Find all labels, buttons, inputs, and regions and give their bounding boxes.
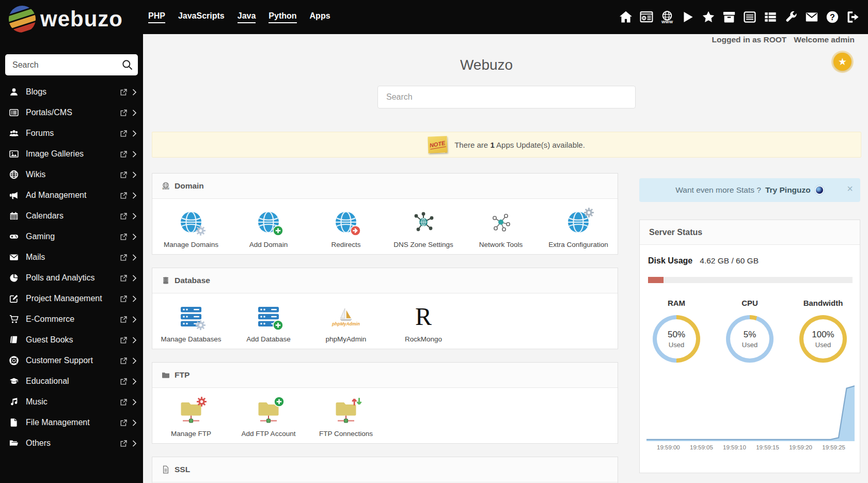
gear-icon bbox=[196, 396, 208, 408]
sidebar-item-customer-support[interactable]: Customer Support bbox=[0, 350, 143, 371]
bullhorn-icon bbox=[9, 191, 19, 200]
section-title: Domain bbox=[175, 181, 204, 191]
app-dns-zone-settings[interactable]: DNS Zone Settings bbox=[385, 205, 462, 249]
section-title: FTP bbox=[175, 370, 190, 380]
bandwidth-donut: 100%Used bbox=[799, 315, 847, 363]
login-status: Logged in as ROOT Welcome admin bbox=[712, 35, 855, 44]
cpu-gauge: CPU 5%Used bbox=[713, 299, 786, 363]
app-redirects[interactable]: Redirects bbox=[307, 205, 385, 249]
database-card-header: Database bbox=[152, 268, 618, 293]
sidebar: webuzo Blogs Portals/CMS Forums Image Ga… bbox=[0, 0, 143, 483]
sidebar-item-others[interactable]: Others bbox=[0, 433, 143, 454]
app-settings-icon[interactable] bbox=[640, 10, 653, 24]
app-add-ftp-account[interactable]: Add FTP Account bbox=[230, 394, 307, 438]
app-rockmongo[interactable]: R RockMongo bbox=[385, 300, 462, 344]
top-icon-bar bbox=[619, 0, 860, 34]
star-icon[interactable] bbox=[702, 10, 715, 24]
disk-usage-bar bbox=[648, 277, 853, 283]
banner-cta[interactable]: Try Pinguzo bbox=[765, 185, 811, 195]
nav-php[interactable]: PHP bbox=[148, 11, 165, 23]
chart-line bbox=[646, 386, 855, 440]
user-icon bbox=[9, 87, 19, 97]
nav-python[interactable]: Python bbox=[269, 11, 296, 23]
banner-text: Want even more Stats ? bbox=[675, 185, 761, 195]
sidebar-item-portals-cms[interactable]: Portals/CMS bbox=[0, 102, 143, 123]
ssl-card-header: SSL bbox=[152, 457, 618, 482]
phpmyadmin-logo-text: phpMyAdmin bbox=[332, 322, 360, 326]
bandwidth-gauge: Bandwidth 100%Used bbox=[786, 299, 860, 363]
search-icon[interactable] bbox=[122, 59, 133, 70]
app-manage-databases[interactable]: Manage Databases bbox=[152, 300, 230, 344]
folder-icon bbox=[162, 371, 170, 379]
wrench-icon[interactable] bbox=[784, 10, 798, 24]
chevron-right-icon bbox=[132, 275, 137, 282]
nav-javascripts[interactable]: JavaScripts bbox=[178, 11, 225, 23]
webuzo-sphere-icon bbox=[7, 4, 37, 34]
app-add-database[interactable]: Add Database bbox=[230, 300, 307, 344]
chevron-right-icon bbox=[132, 151, 137, 158]
section-title: Database bbox=[175, 276, 210, 285]
app-manage-ftp[interactable]: Manage FTP bbox=[152, 394, 230, 438]
sidebar-item-image-galleries[interactable]: Image Galleries bbox=[0, 144, 143, 164]
sidebar-item-blogs[interactable]: Blogs bbox=[0, 82, 143, 102]
category-cards-column: Domain Manage Domains Add Domain Redirec… bbox=[152, 173, 618, 483]
sidebar-item-educational[interactable]: Educational bbox=[0, 371, 143, 392]
www-globe-icon[interactable] bbox=[660, 10, 674, 24]
app-add-domain[interactable]: Add Domain bbox=[230, 205, 307, 249]
archive-icon[interactable] bbox=[722, 10, 736, 24]
sidebar-item-e-commerce[interactable]: E-Commerce bbox=[0, 309, 143, 330]
chevron-right-icon bbox=[132, 295, 137, 302]
database-card-body: Manage Databases Add Database phpMyAdmin… bbox=[152, 293, 618, 349]
plus-icon bbox=[273, 396, 285, 408]
sidebar-item-music[interactable]: Music bbox=[0, 392, 143, 412]
gamepad-icon bbox=[9, 232, 19, 241]
app-manage-domains[interactable]: Manage Domains bbox=[152, 205, 230, 249]
ftp-card-header: FTP bbox=[152, 363, 618, 388]
top-navigation: PHP JavaScripts Java Python Apps bbox=[148, 0, 330, 34]
sidebar-search-input[interactable] bbox=[5, 54, 138, 75]
close-icon[interactable]: × bbox=[847, 183, 853, 194]
home-icon[interactable] bbox=[619, 10, 633, 24]
sidebar-item-guest-books[interactable]: Guest Books bbox=[0, 330, 143, 350]
list-icon[interactable] bbox=[764, 10, 777, 24]
nav-java[interactable]: Java bbox=[238, 11, 256, 23]
webuzo-logo[interactable]: webuzo bbox=[7, 4, 123, 34]
favorites-star-button[interactable]: ★ bbox=[833, 53, 851, 71]
app-extra-configuration[interactable]: Extra Configuration bbox=[540, 205, 617, 249]
app-network-tools[interactable]: Network Tools bbox=[462, 205, 540, 249]
logout-icon[interactable] bbox=[846, 10, 860, 24]
arrow-right-icon bbox=[350, 225, 361, 237]
app-phpmyadmin[interactable]: phpMyAdmin phpMyAdmin bbox=[307, 300, 385, 344]
globe-www-icon bbox=[162, 182, 170, 190]
domain-card: Domain Manage Domains Add Domain Redirec… bbox=[152, 173, 618, 255]
sidebar-item-calendars[interactable]: Calendars bbox=[0, 206, 143, 226]
calendar-icon bbox=[9, 211, 19, 221]
sidebar-item-gaming[interactable]: Gaming bbox=[0, 226, 143, 247]
play-icon[interactable] bbox=[681, 10, 695, 24]
sidebar-item-polls-analytics[interactable]: Polls and Analytics bbox=[0, 268, 143, 288]
external-link-icon bbox=[120, 316, 127, 323]
chevron-right-icon bbox=[132, 192, 137, 199]
main-search-input[interactable] bbox=[377, 86, 636, 108]
app-ftp-connections[interactable]: FTP Connections bbox=[307, 394, 385, 438]
chevron-right-icon bbox=[132, 419, 137, 426]
ftp-card: FTP Manage FTP Add FTP Account FTP Conne… bbox=[152, 362, 618, 444]
chevron-right-icon bbox=[132, 316, 137, 323]
help-icon[interactable] bbox=[826, 10, 839, 24]
sidebar-item-forums[interactable]: Forums bbox=[0, 123, 143, 144]
sidebar-item-ad-management[interactable]: Ad Management bbox=[0, 185, 143, 206]
edit-icon bbox=[9, 294, 19, 303]
nav-apps[interactable]: Apps bbox=[310, 11, 330, 23]
database-card: Database Manage Databases Add Database p… bbox=[152, 268, 618, 349]
chart-x-axis: 19:59:00 19:59:05 19:59:10 19:59:15 19:5… bbox=[657, 444, 845, 450]
disk-usage-label: Disk Usage bbox=[648, 256, 692, 266]
pie-chart-icon bbox=[9, 273, 19, 283]
server-status-card: Server Status Disk Usage 4.62 GB / 60 GB… bbox=[639, 220, 860, 473]
sidebar-item-project-management[interactable]: Project Management bbox=[0, 288, 143, 309]
sidebar-item-file-management[interactable]: File Management bbox=[0, 412, 143, 433]
apps-update-notice: NOTE There are 1 Apps Update(s) availabl… bbox=[152, 132, 861, 158]
mail-icon[interactable] bbox=[805, 10, 818, 24]
server-icon[interactable] bbox=[743, 10, 756, 24]
sidebar-item-mails[interactable]: Mails bbox=[0, 247, 143, 268]
sidebar-item-wikis[interactable]: Wikis bbox=[0, 164, 143, 185]
